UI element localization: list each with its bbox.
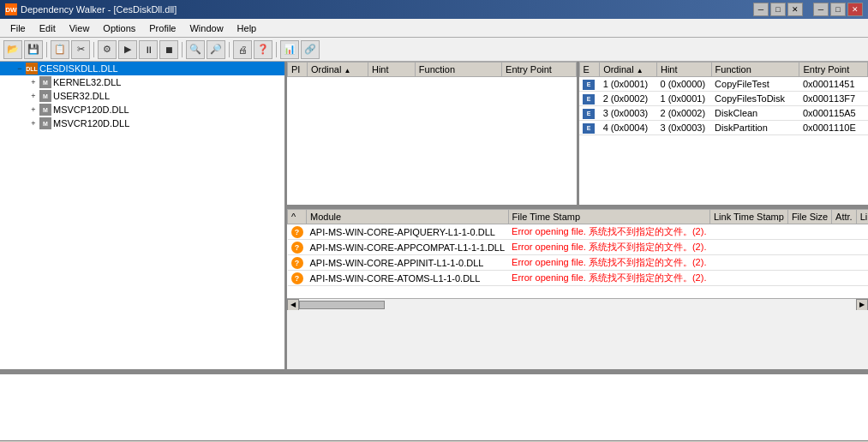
tree-item-kernel32[interactable]: + M KERNEL32.DLL	[0, 75, 284, 89]
imports-col-pi[interactable]: PI	[288, 63, 308, 77]
tree-root-item[interactable]: − DLL CESDISKDLL.DLL	[0, 62, 284, 75]
module-checksum-cell	[856, 255, 868, 271]
user32-label: USER32.DLL	[53, 91, 110, 101]
warning-icon: ?	[291, 242, 303, 254]
export-hint-cell: 1 (0x0001)	[656, 92, 711, 106]
module-table-row[interactable]: ? API-MS-WIN-CORE-APIQUERY-L1-1-0.DLL Er…	[288, 224, 869, 240]
module-filetime-cell: Error opening file. 系统找不到指定的文件。(2).	[508, 240, 709, 255]
module-table-row[interactable]: ? API-MS-WIN-CORE-ATOMS-L1-1-0.DLL Error…	[288, 271, 869, 286]
menu-edit[interactable]: Edit	[33, 21, 63, 35]
exports-col-ordinal[interactable]: Ordinal ▲	[600, 63, 657, 77]
hscroll-track[interactable]	[299, 301, 856, 309]
exports-table-row[interactable]: E 1 (0x0001) 0 (0x0000) CopyFileTest 0x0…	[579, 77, 868, 92]
toolbar-graph[interactable]: 📊	[280, 40, 299, 59]
exports-table-row[interactable]: E 2 (0x0002) 1 (0x0001) CopyFilesToDisk …	[579, 92, 868, 106]
hscroll-thumb[interactable]	[299, 301, 385, 309]
user32-expander[interactable]: +	[27, 90, 39, 102]
exports-col-hint[interactable]: Hint	[656, 63, 711, 77]
export-function-cell: DiskClean	[711, 106, 799, 121]
menu-options[interactable]: Options	[96, 21, 142, 35]
imports-scroll[interactable]: PI Ordinal ▲ Hint Function Entry Point	[287, 62, 577, 205]
module-table-row[interactable]: ? API-MS-WIN-CORE-APPINIT-L1-1-0.DLL Err…	[288, 255, 869, 271]
toolbar-stop[interactable]: ⏹	[159, 40, 178, 59]
toolbar-print[interactable]: 🖨	[233, 40, 252, 59]
root-expander[interactable]: −	[14, 63, 26, 75]
export-ordinal-cell: 1 (0x0001)	[600, 77, 657, 92]
kernel32-icon: M	[39, 76, 51, 88]
inner-maximize-button[interactable]: □	[770, 3, 786, 16]
toolbar-pause[interactable]: ⏸	[139, 40, 158, 59]
toolbar-sep4	[229, 42, 230, 57]
module-col-checksum[interactable]: Link Checksum	[856, 210, 868, 224]
right-panels: PI Ordinal ▲ Hint Function Entry Point	[287, 62, 868, 369]
inner-minimize-button[interactable]: ─	[753, 3, 769, 16]
module-col-attr[interactable]: Attr.	[832, 210, 857, 224]
hscroll-right[interactable]: ▶	[856, 299, 868, 311]
export-ordinal-cell: 2 (0x0002)	[600, 92, 657, 106]
module-linktime-cell	[709, 240, 787, 255]
module-arrow-cell: ?	[288, 240, 307, 255]
module-hscroll[interactable]: ◀ ▶	[287, 298, 868, 310]
exports-table-row[interactable]: E 3 (0x0003) 2 (0x0002) DiskClean 0x0001…	[579, 106, 868, 121]
module-arrow-cell: ?	[288, 255, 307, 271]
menu-profile[interactable]: Profile	[142, 21, 183, 35]
module-col-linktime[interactable]: Link Time Stamp	[709, 210, 787, 224]
module-table: ^ Module File Time Stamp Link Time Stamp…	[287, 209, 868, 286]
tree-item-user32[interactable]: + M USER32.DLL	[0, 89, 284, 103]
minimize-button[interactable]: ─	[813, 3, 829, 16]
inner-close-button[interactable]: ✕	[787, 3, 803, 16]
module-checksum-cell	[856, 240, 868, 255]
module-col-name[interactable]: Module	[307, 210, 509, 224]
exports-table: E Ordinal ▲ Hint Function Entry Point E	[579, 62, 869, 135]
msvcp-expander[interactable]: +	[27, 104, 39, 116]
export-e-icon: E	[583, 94, 595, 105]
toolbar-help[interactable]: ❓	[254, 40, 272, 59]
kernel32-expander[interactable]: +	[27, 76, 39, 88]
kernel32-label: KERNEL32.DLL	[53, 77, 122, 87]
tree-item-msvcp[interactable]: + M MSVCP120D.DLL	[0, 103, 284, 116]
log-area[interactable]	[0, 372, 868, 440]
toolbar-sep3	[182, 42, 183, 57]
export-hint-cell: 2 (0x0002)	[656, 106, 711, 121]
imports-col-entry[interactable]: Entry Point	[502, 63, 576, 77]
msvcr-expander[interactable]: +	[27, 117, 39, 129]
module-col-arrow[interactable]: ^	[288, 210, 307, 224]
toolbar-configure[interactable]: ⚙	[98, 40, 117, 59]
toolbar-sep1	[46, 42, 47, 57]
imports-col-function[interactable]: Function	[415, 63, 501, 77]
toolbar-start[interactable]: ▶	[118, 40, 137, 59]
hscroll-left[interactable]: ◀	[287, 299, 299, 311]
warning-icon: ?	[291, 226, 303, 238]
module-col-filetime[interactable]: File Time Stamp	[508, 210, 709, 224]
module-col-filesize[interactable]: File Size	[787, 210, 831, 224]
exports-col-function[interactable]: Function	[711, 63, 799, 77]
toolbar-search[interactable]: 🔍	[186, 40, 205, 59]
toolbar-zoomin[interactable]: 🔎	[207, 40, 225, 59]
main-container: − DLL CESDISKDLL.DLL + M KERNEL32.DLL + …	[0, 62, 868, 440]
exports-col-e[interactable]: E	[579, 63, 600, 77]
menu-help[interactable]: Help	[230, 21, 264, 35]
module-name-cell: API-MS-WIN-CORE-APIQUERY-L1-1-0.DLL	[307, 224, 509, 240]
exports-col-entry[interactable]: Entry Point	[799, 63, 868, 77]
msvcp-icon: M	[39, 104, 51, 116]
toolbar-copy[interactable]: 📋	[51, 40, 69, 59]
msvcp-label: MSVCP120D.DLL	[53, 105, 129, 115]
toolbar-open[interactable]: 📂	[3, 40, 22, 59]
tree-item-msvcr[interactable]: + M MSVCR120D.DLL	[0, 116, 284, 130]
imports-col-hint[interactable]: Hint	[368, 63, 415, 77]
export-e-icon: E	[583, 109, 595, 119]
toolbar-cut[interactable]: ✂	[71, 40, 90, 59]
menu-view[interactable]: View	[63, 21, 97, 35]
maximize-button[interactable]: □	[830, 3, 846, 16]
close-button[interactable]: ✕	[847, 3, 863, 16]
app-icon: DW	[5, 3, 17, 15]
toolbar-save[interactable]: 💾	[24, 40, 43, 59]
module-list-scroll[interactable]: ^ Module File Time Stamp Link Time Stamp…	[287, 209, 868, 298]
exports-table-row[interactable]: E 4 (0x0004) 3 (0x0003) DiskPartition 0x…	[579, 121, 868, 135]
menu-file[interactable]: File	[3, 21, 33, 35]
module-table-row[interactable]: ? API-MS-WIN-CORE-APPCOMPAT-L1-1-1.DLL E…	[288, 240, 869, 255]
imports-col-ordinal[interactable]: Ordinal ▲	[307, 63, 368, 77]
exports-scroll[interactable]: E Ordinal ▲ Hint Function Entry Point E	[579, 62, 869, 205]
menu-window[interactable]: Window	[183, 21, 230, 35]
toolbar-link[interactable]: 🔗	[301, 40, 320, 59]
